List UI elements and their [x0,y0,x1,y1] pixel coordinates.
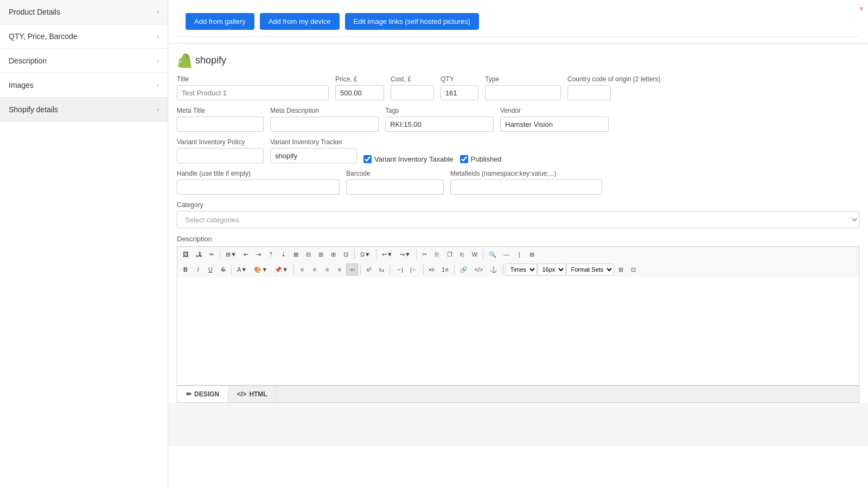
price-input[interactable] [335,85,384,100]
cost-group: Cost, £ [391,75,434,100]
tb-unlink[interactable]: </> [471,264,487,275]
tab-design[interactable]: ✏ DESIGN [177,386,228,402]
inv-tracker-input[interactable] [270,148,357,163]
html-icon: </> [237,390,246,398]
tb-special-char[interactable]: Ω▼ [357,248,374,260]
tb-fullscreen[interactable]: ⊡ [627,264,639,275]
tb-find[interactable]: 🔍 [486,248,500,260]
meta-title-input[interactable] [177,117,264,132]
tab-html[interactable]: </> HTML [228,386,277,402]
tb-merge[interactable]: ⊞ [315,248,327,260]
tb-paste-text[interactable]: ⎗ [456,248,468,260]
tb-underline[interactable]: U [205,264,216,275]
tb-redo[interactable]: ↪▼ [397,248,414,260]
handle-input[interactable] [177,179,340,195]
sidebar-item-product-details[interactable]: Product Details › [0,0,168,24]
shopify-logo-text: shopify [195,55,226,66]
category-select[interactable]: Select categories [177,211,859,228]
inv-policy-label: Variant Inventory Policy [177,138,264,146]
tb-table[interactable]: ⊞▼ [222,248,240,260]
handle-label: Handle (use title if empty) [177,170,340,177]
close-icon[interactable]: × [859,4,864,13]
tb-del-row[interactable]: ⊟ [303,248,315,260]
sidebar-item-images[interactable]: Images › [0,73,168,98]
sidebar-item-qty-price-barcode[interactable]: QTY, Price, Barcode › [0,24,168,49]
tb-col-after[interactable]: ⇥ [253,248,265,260]
vendor-group: Vendor [500,107,609,132]
tb-bold[interactable]: B [180,264,192,275]
tb-anchor2[interactable]: ⚓ [487,264,501,275]
chevron-right-icon: › [157,81,159,89]
type-input[interactable] [485,85,561,100]
tb-photo[interactable]: 🏞 [193,248,205,260]
sep10 [423,265,424,274]
tb-subscript[interactable]: x₂ [375,264,387,275]
tb-indent[interactable]: →| [392,264,406,275]
tb-bg-color[interactable]: 🎨▼ [251,264,271,275]
format-sets-select[interactable]: Format Sets [566,264,614,275]
cost-input[interactable] [391,85,434,100]
tb-table-props[interactable]: ⊡ [340,248,352,260]
tb-strikethrough[interactable]: S̶ [217,264,229,275]
tb-anchor[interactable]: 📌▼ [271,264,291,275]
add-from-gallery-button[interactable]: Add from gallery [186,13,254,30]
tb-more[interactable]: ⊞ [526,248,538,260]
barcode-input[interactable] [346,179,444,195]
tb-horizontal[interactable]: — [500,248,513,260]
tb-copy[interactable]: ⎘ [431,248,443,260]
add-from-device-button[interactable]: Add from my device [260,13,340,30]
tb-col-before[interactable]: ⇤ [240,248,252,260]
tb-edit[interactable]: ✏ [206,248,218,260]
form-row-2: Meta Title Meta Description Tags Vendor [177,107,859,132]
inv-taxable-checkbox[interactable] [363,155,372,163]
inv-taxable-group: Variant Inventory Taxable [363,145,454,163]
tb-cut[interactable]: ✂ [419,248,431,260]
tb-rtl[interactable]: ⇦ [346,264,358,275]
tags-label: Tags [385,107,494,114]
tb-bullet-list[interactable]: •≡ [426,264,438,275]
sidebar-item-label: Product Details [9,8,60,16]
tags-input[interactable] [385,117,494,132]
tb-row-before[interactable]: ⇡ [265,248,277,260]
tb-paste[interactable]: ❐ [444,248,456,260]
tb-superscript[interactable]: x² [363,264,375,275]
tb-align-right[interactable]: ≡ [321,264,333,275]
form-row-4: Handle (use title if empty) Barcode Meta… [177,170,859,195]
shopify-section: S shopify Title Price, £ Cost, £ QTY [168,44,868,403]
published-checkbox[interactable] [460,155,468,163]
sidebar-item-shopify-details[interactable]: Shopify details › [0,98,168,122]
tb-undo[interactable]: ↩▼ [379,248,396,260]
qty-input[interactable] [441,85,478,100]
vendor-input[interactable] [500,117,609,132]
font-size-select[interactable]: 16px [538,264,566,275]
sidebar-item-description[interactable]: Description › [0,49,168,73]
tab-html-label: HTML [249,390,267,398]
country-input[interactable] [567,85,611,100]
editor-body[interactable] [177,277,859,386]
tb-link[interactable]: 🔗 [457,264,471,275]
tb-ordered-list[interactable]: 1≡ [438,264,452,275]
tb-font-color[interactable]: A▼ [234,264,250,275]
tb-paste-word[interactable]: W [469,248,481,260]
tb-split[interactable]: ⊞ [328,248,340,260]
tb-outdent[interactable]: |← [407,264,421,275]
tb-row-after[interactable]: ⇣ [278,248,290,260]
tb-italic[interactable]: I [192,264,204,275]
tb-del-col[interactable]: ⊠ [290,248,302,260]
metafields-input[interactable] [450,179,602,195]
tb-align-justify[interactable]: ≡ [334,264,346,275]
meta-desc-input[interactable] [270,117,379,132]
shopify-logo: S shopify [177,53,859,68]
tb-align-center[interactable]: ≡ [309,264,321,275]
tb-image[interactable]: 🖼 [180,248,192,260]
font-family-select[interactable]: Times [506,264,537,275]
edit-image-links-button[interactable]: Edit image links (self hosted pictures) [345,13,479,30]
tb-source[interactable]: ⊞ [615,264,627,275]
inv-policy-input[interactable] [177,148,264,163]
title-input[interactable] [177,85,329,100]
tab-design-label: DESIGN [194,390,219,398]
sidebar: Product Details › QTY, Price, Barcode › … [0,0,168,488]
tb-vertical[interactable]: | [513,248,525,260]
tb-align-left[interactable]: ≡ [296,264,308,275]
meta-desc-group: Meta Description [270,107,379,132]
